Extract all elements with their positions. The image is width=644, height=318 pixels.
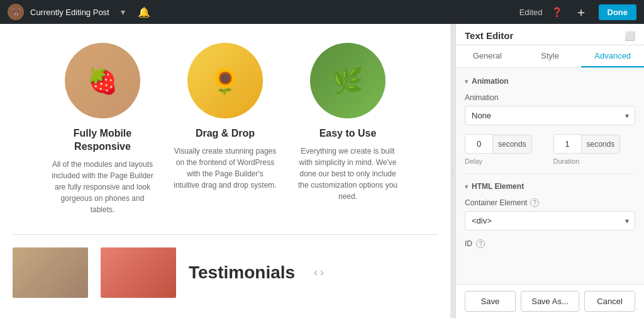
testimonial-thumb-1 [13,247,88,298]
id-help-icon[interactable]: ? [476,239,485,248]
features-section: 🍓 Fully Mobile Responsive All of the mod… [13,43,438,215]
feature-title-0: Fully Mobile Responsive [51,127,155,154]
duration-field: seconds [553,134,636,154]
delay-input[interactable] [465,134,493,154]
duration-input[interactable] [553,134,582,154]
duration-unit-label: seconds [582,135,621,154]
topbar-add-icon[interactable]: ＋ [575,4,587,21]
animation-section-label: Animation [472,77,509,86]
feature-desc-1: Visually create stunning pages on the fr… [174,145,277,191]
panel-tabs: General Style Advanced [456,45,644,68]
delay-field: seconds [465,134,547,154]
delay-unit-label: seconds [493,135,532,154]
topbar-help-icon[interactable]: ❓ [552,7,562,17]
animation-chevron-icon: ▾ [465,78,468,85]
save-button[interactable]: Save [465,291,516,312]
animation-select-wrapper: None Fade Slide Up Slide Down [465,106,635,125]
feature-title-1: Drag & Drop [174,127,277,140]
feature-title-2: Easy to Use [296,127,400,140]
feature-desc-0: All of the modules and layouts included … [51,159,155,215]
panel-content: ▾ Animation Animation None Fade Slide Up… [456,68,644,284]
feature-image-sunflower: 🌻 [187,43,263,118]
topbar-bell-icon[interactable]: 🔔 [138,6,150,18]
animation-section-header[interactable]: ▾ Animation [465,77,635,86]
duration-label: Duration [553,157,636,165]
cancel-button[interactable]: Cancel [584,291,635,312]
container-select-wrapper: <div> <section> <article> [465,211,635,230]
topbar-chevron-icon[interactable]: ▾ [121,7,125,17]
testimonials-nav: ‹ › [314,266,324,279]
animation-select[interactable]: None Fade Slide Up Slide Down [465,106,635,125]
sidebar-panel: Text Editor ⬜ General Style Advanced ▾ A… [455,24,644,318]
testimonials-prev-icon[interactable]: ‹ [314,266,318,279]
id-row: ID ? [465,239,635,248]
container-help-icon[interactable]: ? [530,198,539,207]
testimonials-next-icon[interactable]: › [320,266,324,279]
feature-image-strawberry: 🍓 [65,43,140,118]
delay-label: Delay [465,157,547,165]
section-divider [465,174,635,174]
topbar: 🐻 Currently Editing Post ▾ 🔔 Edited ❓ ＋ … [0,0,644,24]
container-element-label: Container Element [465,198,527,207]
testimonials-title: Testimonials [189,263,295,283]
panel-footer: Save Save As... Cancel [456,284,644,318]
tab-advanced[interactable]: Advanced [581,45,644,67]
feature-item: 🌿 Easy to Use Everything we create is bu… [296,43,400,215]
container-select[interactable]: <div> <section> <article> [465,211,635,230]
panel-title: Text Editor [465,30,513,41]
html-element-section-label: HTML Element [472,182,524,191]
tab-general[interactable]: General [456,45,519,67]
topbar-edited-status: Edited [519,8,543,17]
time-row: seconds seconds [465,134,635,154]
logo: 🐻 [8,4,24,20]
topbar-title: Currently Editing Post [30,8,109,17]
main-layout: 🍓 Fully Mobile Responsive All of the mod… [0,24,644,318]
feature-item: 🌻 Drag & Drop Visually create stunning p… [174,43,277,215]
feature-item: 🍓 Fully Mobile Responsive All of the mod… [51,43,155,215]
container-label-row: Container Element ? [465,198,635,207]
section-divider [13,234,438,235]
feature-desc-2: Everything we create is built with simpl… [296,145,400,202]
html-element-section-header[interactable]: ▾ HTML Element [465,182,635,191]
done-button[interactable]: Done [599,4,637,20]
feature-image-grass: 🌿 [310,43,386,118]
time-labels: Delay Duration [465,157,635,165]
content-area: 🍓 Fully Mobile Responsive All of the mod… [0,24,450,318]
testimonial-thumb-2 [101,247,176,298]
save-as-button[interactable]: Save As... [521,291,579,312]
tab-style[interactable]: Style [519,45,582,67]
id-label: ID [465,239,472,248]
panel-minimize-icon[interactable]: ⬜ [625,31,635,41]
html-element-chevron-icon: ▾ [465,183,468,190]
resize-handle[interactable] [450,24,455,318]
testimonials-row: Testimonials ‹ › [13,247,438,298]
panel-header: Text Editor ⬜ [456,24,644,45]
animation-label: Animation [465,93,635,102]
